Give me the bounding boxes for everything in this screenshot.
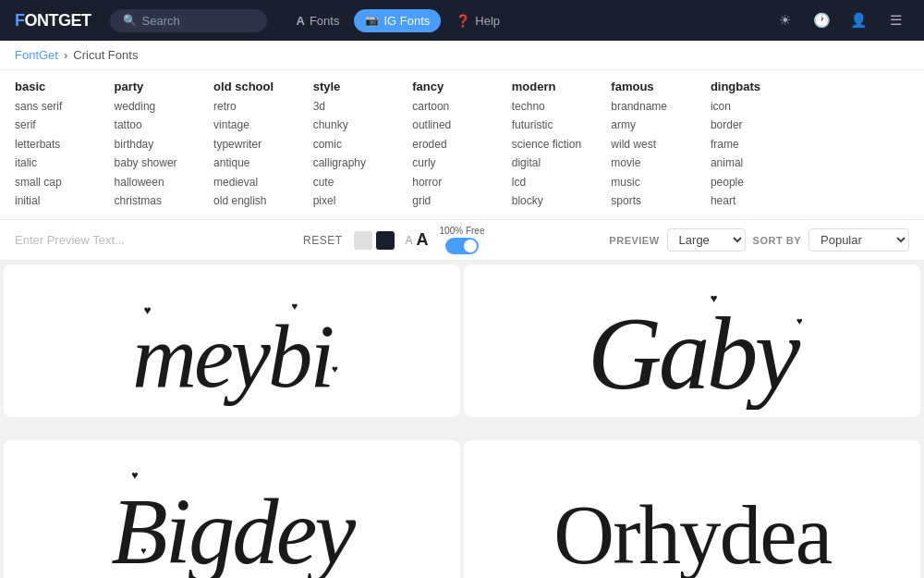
cat-item-comic[interactable]: comic xyxy=(313,135,413,154)
cat-item-serif[interactable]: serif xyxy=(15,116,115,134)
font-svg-meybi: meybi ♥ ♥ ♥ xyxy=(27,273,438,411)
cat-item-birthday[interactable]: birthday xyxy=(115,135,214,154)
cat-item-music[interactable]: music xyxy=(611,173,711,191)
history-button[interactable]: 🕐 xyxy=(808,6,835,34)
cat-header-basic: basic xyxy=(15,80,115,93)
svg-text:♥: ♥ xyxy=(796,314,803,326)
cat-item-blocky[interactable]: blocky xyxy=(512,191,612,210)
cat-header-fancy: fancy xyxy=(412,80,512,93)
category-grid: basic sans serif serif letterbats italic… xyxy=(15,80,909,210)
preview-label: PREVIEW xyxy=(609,235,659,246)
font-card-gaby[interactable]: Gaby ♥ ♥ xyxy=(464,264,920,417)
cat-item-tattoo[interactable]: tattoo xyxy=(115,116,214,134)
cat-item-halloween[interactable]: halloween xyxy=(115,173,214,191)
svg-text:Gaby: Gaby xyxy=(588,297,801,410)
font-svg-bigdey: Bigdey ♥ ♥ xyxy=(27,448,438,578)
font-icon: A xyxy=(297,14,305,28)
cat-item-heart[interactable]: heart xyxy=(711,191,810,210)
cat-item-chunky[interactable]: chunky xyxy=(313,116,413,134)
breadcrumb-separator: › xyxy=(64,48,67,62)
cat-group-modern: modern techno futuristic science fiction… xyxy=(512,80,612,210)
font-preview-meybi: meybi ♥ ♥ ♥ xyxy=(4,264,460,417)
nav-buttons: A Fonts 📷 IG Fonts ❓ Help xyxy=(286,9,753,32)
cat-item-sports[interactable]: sports xyxy=(611,191,711,210)
search-box[interactable]: 🔍 xyxy=(110,9,267,32)
font-grid: meybi ♥ ♥ ♥ Gaby ♥ ♥ Bigdey ♥ ♥ xyxy=(0,261,924,578)
cat-item-border[interactable]: border xyxy=(711,116,810,134)
breadcrumb: FontGet › Cricut Fonts xyxy=(0,41,924,70)
reset-button[interactable]: RESET xyxy=(303,234,343,247)
cat-item-eroded[interactable]: eroded xyxy=(412,135,512,154)
cat-item-cartoon[interactable]: cartoon xyxy=(412,97,512,116)
cat-item-lcd[interactable]: lcd xyxy=(512,173,612,191)
font-preview-bigdey: Bigdey ♥ ♥ xyxy=(4,440,460,578)
cat-item-grid[interactable]: grid xyxy=(412,191,512,210)
account-button[interactable]: 👤 xyxy=(845,6,872,34)
nav-help[interactable]: ❓ Help xyxy=(444,9,511,32)
cat-item-animal[interactable]: animal xyxy=(711,154,810,172)
logo-f: F xyxy=(15,11,25,30)
cat-header-party: party xyxy=(115,80,214,93)
menu-button[interactable]: ☰ xyxy=(881,6,909,34)
cat-item-curly[interactable]: curly xyxy=(412,154,512,172)
cat-item-vintage[interactable]: vintage xyxy=(213,116,313,134)
cat-item-icon[interactable]: icon xyxy=(711,97,810,116)
free-toggle-switch[interactable] xyxy=(445,238,479,254)
cat-item-wedding[interactable]: wedding xyxy=(115,97,214,116)
breadcrumb-home[interactable]: FontGet xyxy=(15,48,58,62)
cat-item-letterbats[interactable]: letterbats xyxy=(15,135,115,154)
cat-item-science-fiction[interactable]: science fiction xyxy=(512,135,612,154)
theme-toggle-button[interactable]: ☀ xyxy=(771,6,798,34)
cat-item-small-cap[interactable]: small cap xyxy=(15,173,115,191)
cat-item-typewriter[interactable]: typewriter xyxy=(213,135,313,154)
cat-item-army[interactable]: army xyxy=(611,116,711,134)
cat-group-basic: basic sans serif serif letterbats italic… xyxy=(15,80,115,210)
svg-text:♥: ♥ xyxy=(710,291,717,305)
toggle-knob xyxy=(464,240,477,252)
cat-item-medieval[interactable]: medieval xyxy=(213,173,313,191)
cat-item-techno[interactable]: techno xyxy=(512,97,612,116)
cat-item-retro[interactable]: retro xyxy=(213,97,313,116)
cat-item-old-english[interactable]: old english xyxy=(213,191,313,210)
font-size-large-a[interactable]: A xyxy=(417,230,429,250)
cat-item-people[interactable]: people xyxy=(711,173,810,191)
cat-item-brandname[interactable]: brandname xyxy=(611,97,711,116)
font-card-meybi[interactable]: meybi ♥ ♥ ♥ xyxy=(4,264,460,417)
cat-item-wild-west[interactable]: wild west xyxy=(611,135,711,154)
cat-header-old-school: old school xyxy=(213,80,313,93)
category-nav: basic sans serif serif letterbats italic… xyxy=(0,70,924,220)
preview-size-select[interactable]: Large Medium Small xyxy=(667,228,746,252)
font-card-bigdey[interactable]: Bigdey ♥ ♥ xyxy=(4,440,460,578)
search-icon: 🔍 xyxy=(123,14,137,27)
cat-item-christmas[interactable]: christmas xyxy=(115,191,214,210)
cat-item-antique[interactable]: antique xyxy=(213,154,313,172)
cat-item-3d[interactable]: 3d xyxy=(313,97,413,116)
font-size-small-a[interactable]: A xyxy=(406,234,413,247)
cat-item-italic[interactable]: italic xyxy=(15,154,115,172)
cat-item-initial[interactable]: initial xyxy=(15,191,115,210)
sort-by-select[interactable]: Popular Newest Alphabetical xyxy=(808,228,909,252)
light-swatch[interactable] xyxy=(354,231,372,250)
search-input[interactable] xyxy=(142,14,253,28)
cat-group-style: style 3d chunky comic calligraphy cute p… xyxy=(313,80,413,210)
cat-item-frame[interactable]: frame xyxy=(711,135,810,154)
preview-text-input[interactable] xyxy=(15,233,292,247)
svg-text:♥: ♥ xyxy=(291,301,298,312)
cat-item-pixel[interactable]: pixel xyxy=(313,191,413,210)
dark-swatch[interactable] xyxy=(376,231,395,250)
cat-item-sans-serif[interactable]: sans serif xyxy=(15,97,115,116)
cat-group-fancy: fancy cartoon outlined eroded curly horr… xyxy=(412,80,512,210)
cat-item-outlined[interactable]: outlined xyxy=(412,116,512,134)
cat-item-digital[interactable]: digital xyxy=(512,154,612,172)
cat-item-baby-shower[interactable]: baby shower xyxy=(115,154,214,172)
nav-ig-fonts[interactable]: 📷 IG Fonts xyxy=(354,9,441,32)
toolbar: RESET A A 100% Free PREVIEW Large Medium… xyxy=(0,220,924,261)
nav-fonts[interactable]: A Fonts xyxy=(286,9,351,32)
font-card-orhydea[interactable]: Orhydea xyxy=(464,440,920,578)
cat-item-cute[interactable]: cute xyxy=(313,173,413,191)
cat-item-futuristic[interactable]: futuristic xyxy=(512,116,612,134)
cat-item-movie[interactable]: movie xyxy=(611,154,711,172)
cat-item-horror[interactable]: horror xyxy=(412,173,512,191)
cat-item-calligraphy[interactable]: calligraphy xyxy=(313,154,413,172)
font-svg-gaby: Gaby ♥ ♥ xyxy=(487,273,898,411)
